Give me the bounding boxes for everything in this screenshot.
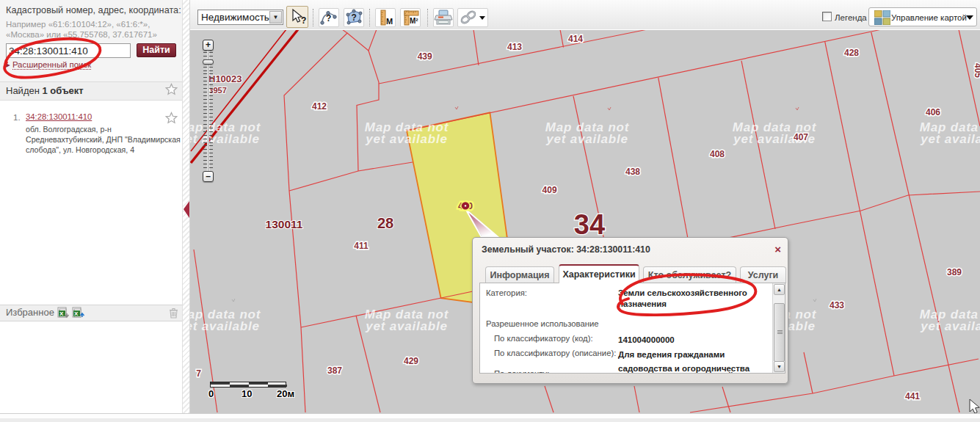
svg-text:yet available: yet available [545,132,628,146]
svg-text:411: 411 [354,241,369,251]
svg-text:yet available: yet available [920,319,980,333]
svg-text:130011: 130011 [266,218,303,230]
svg-text:412: 412 [312,101,327,112]
svg-text:389: 389 [947,267,962,277]
svg-text:405: 405 [973,63,980,78]
svg-text:407: 407 [794,132,808,142]
svg-text:413: 413 [507,42,522,52]
svg-text:?: ? [326,13,331,23]
svg-text:Н10023: Н10023 [208,73,242,84]
svg-text:X: X [74,310,79,317]
svg-text:28: 28 [377,215,393,231]
svg-text:429: 429 [404,356,418,366]
svg-text:X: X [59,310,64,317]
svg-text:?: ? [301,15,306,26]
svg-text:yet available: yet available [365,319,448,333]
svg-text:yet available: yet available [190,319,260,333]
svg-text:438: 438 [625,167,640,177]
svg-text:441: 441 [905,391,920,401]
svg-text:yet available: yet available [190,132,260,146]
svg-text:433: 433 [830,300,844,310]
svg-text:7: 7 [196,368,201,379]
svg-text:406: 406 [926,107,940,117]
svg-text:428: 428 [844,48,859,58]
svg-text:М: М [386,17,393,26]
svg-text:yet available: yet available [920,132,980,146]
svg-text:439: 439 [418,51,432,62]
svg-text:409: 409 [542,185,557,195]
svg-text:414: 414 [568,34,583,44]
svg-text:yet available: yet available [365,132,448,146]
svg-text:М²: М² [410,17,418,25]
svg-text:387: 387 [327,365,342,376]
svg-text:34: 34 [574,209,605,240]
svg-text:?: ? [352,12,357,23]
svg-text:408: 408 [710,149,725,159]
